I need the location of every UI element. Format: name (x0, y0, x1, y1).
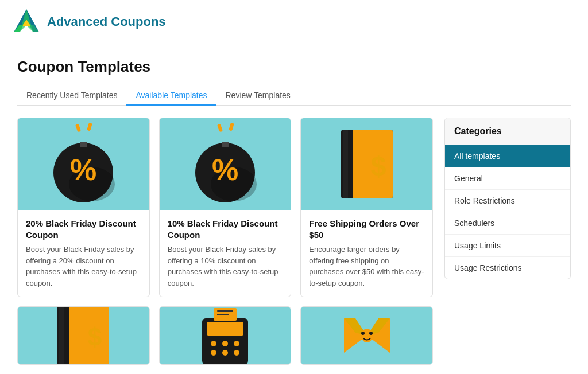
template-card[interactable]: % 10% Black Friday Discount Coupon Boost… (159, 118, 292, 297)
template-card[interactable]: % 20% Black Friday Discount Coupon Boost… (17, 118, 150, 297)
card-image (160, 307, 291, 364)
content-wrapper: % 20% Black Friday Discount Coupon Boost… (17, 118, 571, 365)
wallet-icon: $ (310, 118, 424, 210)
svg-rect-29 (64, 307, 68, 364)
main-content: Coupon Templates Recently Used Templates… (0, 44, 588, 374)
card-title: 20% Black Friday Discount Coupon (26, 218, 141, 240)
template-card-partial[interactable]: $ (17, 306, 150, 365)
svg-rect-42 (217, 314, 229, 315)
tabs-container: Recently Used Templates Available Templa… (17, 86, 571, 106)
card-image (301, 307, 432, 364)
svg-point-34 (211, 341, 216, 346)
templates-grid: % 20% Black Friday Discount Coupon Boost… (17, 118, 433, 365)
card-desc: Boost your Black Friday sales by offerin… (168, 244, 283, 289)
sidebar-item-role-restrictions[interactable]: Role Restrictions (445, 190, 570, 212)
svg-point-49 (361, 332, 365, 335)
register-icon (168, 307, 283, 364)
svg-text:%: % (212, 153, 238, 186)
tab-review[interactable]: Review Templates (216, 86, 300, 106)
template-card-partial[interactable] (300, 306, 433, 365)
card-title: Free Shipping Orders Over $50 (309, 218, 424, 240)
wallet-dark-icon: $ (26, 307, 141, 364)
svg-point-38 (222, 350, 228, 356)
bomb-percent-icon-2: % (168, 118, 283, 210)
tab-recently-used[interactable]: Recently Used Templates (17, 86, 126, 106)
card-desc: Encourage larger orders by offering free… (309, 244, 424, 289)
card-image: % (18, 118, 149, 210)
card-title: 10% Black Friday Discount Coupon (168, 218, 283, 240)
svg-text:$: $ (88, 323, 102, 351)
logo-text: Advanced Coupons (47, 14, 166, 29)
tab-available[interactable]: Available Templates (126, 86, 216, 106)
svg-point-50 (369, 332, 373, 335)
svg-point-37 (211, 350, 216, 356)
card-body: Free Shipping Orders Over $50 Encourage … (301, 210, 432, 297)
card-image: $ (301, 118, 432, 210)
card-image: % (160, 118, 291, 210)
sidebar-title: Categories (445, 118, 570, 145)
svg-text:%: % (70, 153, 96, 186)
card-body: 10% Black Friday Discount Coupon Boost y… (160, 210, 291, 297)
template-card[interactable]: $ Free Shipping Orders Over $50 Encourag… (300, 118, 433, 297)
card-body: 20% Black Friday Discount Coupon Boost y… (18, 210, 149, 297)
bowtie-icon (310, 307, 424, 364)
sidebar-item-general[interactable]: General (445, 167, 570, 190)
bomb-percent-icon-1: % (26, 118, 141, 210)
card-desc: Boost your Black Friday sales by offerin… (26, 244, 141, 289)
logo-container: Advanced Coupons (11, 7, 166, 37)
svg-rect-10 (80, 142, 87, 147)
svg-rect-23 (348, 130, 351, 198)
template-card-partial[interactable] (159, 306, 292, 365)
svg-point-36 (234, 341, 239, 346)
card-image: $ (18, 307, 149, 364)
svg-rect-17 (222, 142, 229, 147)
svg-text:$: $ (370, 151, 386, 181)
sidebar-item-usage-restrictions[interactable]: Usage Restrictions (445, 257, 570, 279)
logo-icon (11, 7, 41, 37)
header: Advanced Coupons (0, 0, 588, 44)
sidebar-item-schedulers[interactable]: Schedulers (445, 212, 570, 235)
sidebar-item-usage-limits[interactable]: Usage Limits (445, 235, 570, 257)
svg-point-39 (234, 350, 239, 356)
svg-rect-33 (207, 322, 243, 336)
svg-rect-41 (217, 310, 233, 312)
sidebar-box: Categories All templates General Role Re… (444, 118, 571, 279)
sidebar: Categories All templates General Role Re… (444, 118, 571, 365)
sidebar-item-all[interactable]: All templates (445, 145, 570, 167)
page-title: Coupon Templates (17, 58, 571, 76)
svg-point-35 (222, 341, 228, 346)
